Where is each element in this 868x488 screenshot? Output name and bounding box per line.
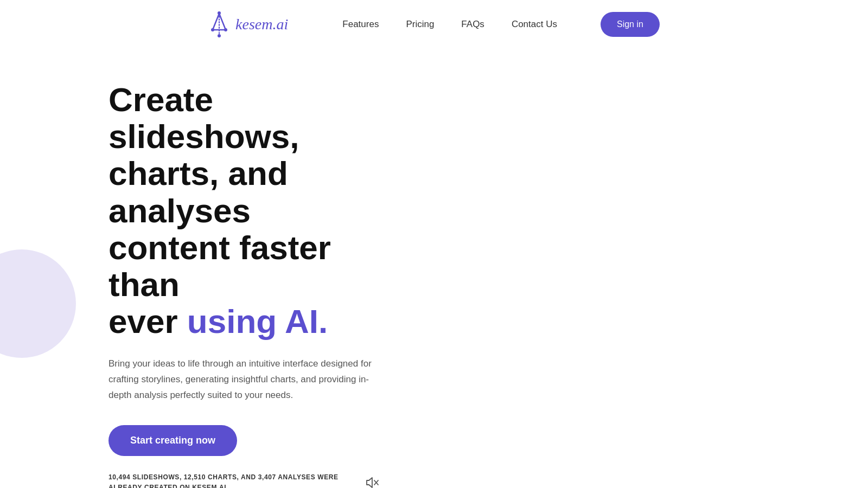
cta-button[interactable]: Start creating now — [108, 425, 237, 456]
stats-text: 10,494 SLIDESHOWS, 12,510 CHARTS, AND 3,… — [108, 472, 348, 488]
svg-line-1 — [219, 14, 226, 30]
nav-link-contact[interactable]: Contact Us — [512, 19, 557, 29]
nav-item-faqs[interactable]: FAQs — [461, 19, 484, 30]
hero-section: Create slideshows, charts, and analyses … — [0, 49, 380, 488]
hero-heading-line2: charts, and analyses — [108, 155, 288, 229]
hero-heading: Create slideshows, charts, and analyses … — [108, 81, 380, 340]
nav-item-contact[interactable]: Contact Us — [512, 19, 557, 30]
hero-heading-ai-highlight: using AI. — [187, 303, 328, 340]
svg-line-0 — [213, 14, 219, 30]
mute-icon-area[interactable] — [365, 477, 380, 488]
mute-icon — [365, 477, 380, 488]
nav-link-faqs[interactable]: FAQs — [461, 19, 484, 29]
hero-heading-line1: Create slideshows, — [108, 81, 299, 155]
svg-point-5 — [224, 28, 227, 31]
logo-icon — [208, 11, 230, 38]
hero-heading-line3: content faster than — [108, 229, 331, 303]
nav-item-features[interactable]: Features — [342, 19, 379, 30]
logo-text: kesem.ai — [235, 16, 288, 33]
nav-links: Features Pricing FAQs Contact Us — [342, 19, 557, 30]
svg-point-4 — [211, 28, 214, 31]
stats-row: 10,494 SLIDESHOWS, 12,510 CHARTS, AND 3,… — [108, 472, 380, 488]
hero-subtext: Bring your ideas to life through an intu… — [108, 356, 380, 403]
nav-item-pricing[interactable]: Pricing — [406, 19, 434, 30]
logo[interactable]: kesem.ai — [208, 11, 288, 38]
svg-point-7 — [218, 34, 221, 37]
nav-link-features[interactable]: Features — [342, 19, 379, 29]
signin-button[interactable]: Sign in — [601, 12, 660, 37]
nav-link-pricing[interactable]: Pricing — [406, 19, 434, 29]
navbar: kesem.ai Features Pricing FAQs Contact U… — [0, 0, 868, 49]
hero-heading-line4-normal: ever — [108, 303, 187, 340]
